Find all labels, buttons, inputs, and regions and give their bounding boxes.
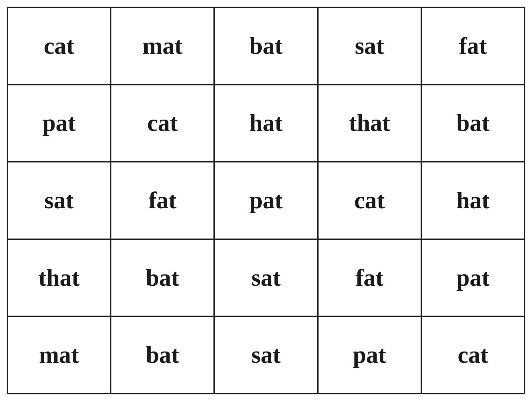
- word-text: pat: [249, 187, 283, 214]
- grid-cell: pat: [7, 85, 111, 162]
- word-text: sat: [355, 32, 384, 60]
- grid-cell: pat: [318, 316, 421, 394]
- grid-cell: cat: [111, 85, 214, 162]
- grid-cell: fat: [421, 7, 525, 85]
- grid-cell: sat: [214, 239, 318, 317]
- word-text: cat: [44, 32, 74, 60]
- grid-cell: bat: [214, 7, 318, 85]
- word-text: bat: [456, 109, 489, 137]
- word-text: bat: [146, 264, 179, 292]
- word-grid: catmatbatsatfatpatcathatthatbatsatfatpat…: [7, 7, 525, 394]
- grid-cell: pat: [421, 239, 525, 317]
- grid-cell: hat: [421, 162, 525, 239]
- grid-cell: cat: [7, 7, 111, 85]
- word-text: pat: [43, 109, 76, 137]
- grid-cell: that: [318, 85, 421, 162]
- word-text: sat: [45, 187, 74, 214]
- grid-cell: sat: [7, 162, 111, 239]
- word-text: that: [39, 264, 80, 292]
- word-text: cat: [458, 341, 488, 369]
- word-text: mat: [39, 341, 79, 369]
- word-text: sat: [251, 341, 281, 369]
- grid-cell: bat: [111, 316, 214, 394]
- word-text: that: [349, 109, 390, 137]
- grid-cell: cat: [421, 316, 525, 394]
- word-text: pat: [353, 341, 386, 369]
- grid-cell: fat: [111, 162, 214, 239]
- grid-cell: bat: [421, 85, 525, 162]
- grid-cell: sat: [214, 316, 318, 394]
- grid-cell: mat: [7, 316, 111, 394]
- word-text: sat: [251, 264, 281, 292]
- word-text: cat: [354, 187, 385, 214]
- grid-cell: pat: [214, 162, 318, 239]
- word-text: mat: [143, 32, 183, 60]
- grid-cell: fat: [318, 239, 421, 317]
- word-text: pat: [456, 264, 489, 292]
- grid-cell: sat: [318, 7, 421, 85]
- word-text: fat: [459, 32, 487, 60]
- word-text: bat: [249, 32, 283, 60]
- grid-cell: cat: [318, 162, 421, 239]
- grid-cell: bat: [111, 239, 214, 317]
- word-text: hat: [249, 109, 283, 137]
- word-text: cat: [147, 109, 178, 137]
- word-text: fat: [355, 264, 383, 292]
- grid-cell: hat: [214, 85, 318, 162]
- word-text: hat: [456, 187, 489, 214]
- word-text: bat: [146, 341, 179, 369]
- word-text: fat: [149, 187, 177, 214]
- grid-cell: that: [7, 239, 111, 317]
- grid-cell: mat: [111, 7, 214, 85]
